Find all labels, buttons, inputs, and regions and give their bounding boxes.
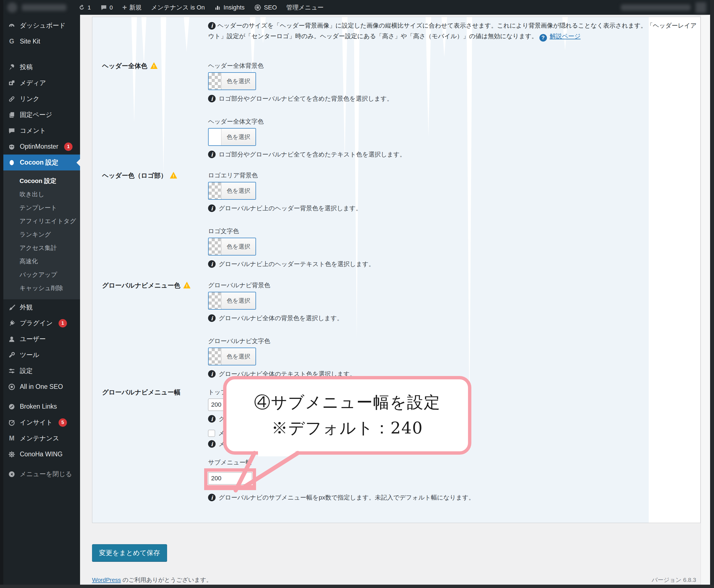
sidebar-item-maintenance[interactable]: M メンテナンス xyxy=(3,430,80,446)
wordpress-admin-screen: 1 0 + 新規 メンテナンス is On Insights xyxy=(0,0,714,588)
section-header-overall-color: ヘッダー全体色 ! ヘッダー全体背景色 色を選択 i xyxy=(102,62,689,164)
notification-badge: 5 xyxy=(59,418,67,427)
comment-icon xyxy=(8,127,16,135)
optinmonster-icon xyxy=(8,143,16,151)
warning-icon: ! xyxy=(170,171,177,179)
checkbox[interactable] xyxy=(208,430,215,437)
submenu-item-template[interactable]: テンプレート xyxy=(3,201,80,214)
broken-link-icon xyxy=(8,403,16,411)
comments-count: 0 xyxy=(110,4,113,11)
admin-bar: 1 0 + 新規 メンテナンス is On Insights xyxy=(0,0,714,15)
color-field: ロゴエリア背景色 色を選択 i グローバルナビ上のヘッダー背景色を選択します。 xyxy=(208,171,689,213)
annotation-highlight-frame xyxy=(204,468,256,490)
sidebar-item-tools[interactable]: ツール xyxy=(3,347,80,363)
setting-row-title: ヘッダー全体色 ! xyxy=(102,62,208,164)
updates-menu[interactable]: 1 xyxy=(74,0,96,15)
notification-badge: 1 xyxy=(59,319,67,328)
comments-menu[interactable]: 0 xyxy=(96,0,118,15)
sidebar-item-comments[interactable]: コメント xyxy=(3,123,80,139)
color-picker-button[interactable]: 色を選択 xyxy=(208,128,256,146)
window-frame-left xyxy=(0,0,3,588)
color-field: ヘッダー全体文字色 色を選択 i ロゴ部分やグローバルナビ全てを含めたテキスト色… xyxy=(208,118,689,159)
cocoon-submenu: Cocoon 設定 吹き出し テンプレート アフィリエイトタグ ランキング アク… xyxy=(3,170,80,299)
color-picker-button[interactable]: 色を選択 xyxy=(208,292,256,310)
sidebar-item-pages[interactable]: 固定ページ xyxy=(3,107,80,123)
submenu-item-ranking[interactable]: ランキング xyxy=(3,228,80,241)
plugin-icon xyxy=(8,319,16,327)
maintenance-status[interactable]: メンテナンス is On xyxy=(146,0,210,15)
google-g-icon: G xyxy=(8,38,16,45)
media-icon xyxy=(8,79,16,87)
new-label: 新規 xyxy=(129,3,142,12)
settings-sliders-icon xyxy=(8,367,16,375)
help-page-link[interactable]: 解説ページ xyxy=(550,33,581,40)
sidebar-item-conoha-wing[interactable]: ConoHa WING xyxy=(3,446,80,462)
save-button[interactable]: 変更をまとめて保存 xyxy=(92,544,167,562)
setting-row-title: ヘッダー色（ロゴ部） ! xyxy=(102,171,208,274)
color-picker-button[interactable]: 色を選択 xyxy=(208,182,256,200)
color-picker-button[interactable]: 色を選択 xyxy=(208,72,256,90)
help-icon[interactable]: ? xyxy=(540,34,547,42)
sidebar-item-optinmonster[interactable]: OptinMonster 1 xyxy=(3,139,80,154)
sidebar-item-appearance[interactable]: 外観 xyxy=(3,299,80,315)
submenu-item-access-stats[interactable]: アクセス集計 xyxy=(3,241,80,255)
info-icon: i xyxy=(208,370,216,378)
sidebar-item-dashboard[interactable]: ダッシュボード xyxy=(3,18,80,34)
submenu-item-cocoon-settings[interactable]: Cocoon 設定 xyxy=(3,174,80,188)
submenu-item-affiliate-tag[interactable]: アフィリエイトタグ xyxy=(3,214,80,228)
appearance-brush-icon xyxy=(8,303,16,311)
comments-icon xyxy=(100,4,107,11)
submenu-item-backup[interactable]: バックアップ xyxy=(3,268,80,281)
window-frame-right xyxy=(710,0,714,588)
plus-icon: + xyxy=(122,3,127,12)
annotation-callout: ④サブメニュー幅を設定 ※デフォルト：240 xyxy=(223,376,471,455)
svg-text:!: ! xyxy=(186,284,187,288)
user-icon xyxy=(8,335,16,343)
wp-logo-blurred[interactable] xyxy=(7,2,17,13)
sub-menu-width-input[interactable] xyxy=(208,472,252,484)
color-picker-button[interactable]: 色を選択 xyxy=(208,238,256,255)
sidebar-item-settings[interactable]: 設定 xyxy=(3,363,80,379)
admin-content: i ヘッダーのサイズを「ヘッダー背景画像」に設定した画像の縦横比サイズに合わせて… xyxy=(80,15,710,585)
info-icon: i xyxy=(208,260,216,268)
version-text: バージョン 6.8.3 xyxy=(652,576,696,584)
avatar[interactable] xyxy=(696,2,706,13)
sidebar-item-sitekit[interactable]: G Site Kit xyxy=(3,34,80,49)
color-picker-button[interactable]: 色を選択 xyxy=(208,348,256,365)
info-icon: i xyxy=(208,314,216,322)
new-content-menu[interactable]: + 新規 xyxy=(118,0,146,15)
user-greeting-blurred[interactable] xyxy=(621,4,691,10)
sidebar-item-media[interactable]: メディア xyxy=(3,75,80,91)
warning-icon: ! xyxy=(183,281,191,289)
svg-text:!: ! xyxy=(153,64,154,69)
sidebar-item-broken-links[interactable]: Broken Links xyxy=(3,399,80,415)
wordpress-link[interactable]: WordPress xyxy=(92,576,121,583)
admin-menu-item[interactable]: 管理メニュー xyxy=(282,0,329,15)
svg-text:!: ! xyxy=(173,173,174,178)
maintenance-m-icon: M xyxy=(8,435,16,442)
sidebar-item-users[interactable]: ユーザー xyxy=(3,331,80,347)
section-header-logo-color: ヘッダー色（ロゴ部） ! ロゴエリア背景色 色を選択 i xyxy=(102,171,689,274)
vertical-scrollbar[interactable] xyxy=(700,15,710,585)
sidebar-separator xyxy=(3,49,80,59)
insights-menu[interactable]: Insights xyxy=(209,0,249,15)
sidebar-item-insights[interactable]: インサイト 5 xyxy=(3,415,80,430)
sidebar-item-cocoon-settings[interactable]: Cocoon 設定 xyxy=(3,154,80,170)
callout-line2: ※デフォルト：240 xyxy=(271,417,423,439)
sidebar-item-plugins[interactable]: プラグイン 1 xyxy=(3,315,80,331)
seo-menu[interactable]: SEO xyxy=(249,0,281,15)
info-icon: i xyxy=(208,205,216,212)
submenu-item-cache-clear[interactable]: キャッシュ削除 xyxy=(3,281,80,295)
submenu-item-speech-balloon[interactable]: 吹き出し xyxy=(3,188,80,201)
window-frame-bottom xyxy=(0,585,714,588)
sidebar-collapse-menu[interactable]: メニューを閉じる xyxy=(3,466,80,482)
callout-line1: ④サブメニュー幅を設定 xyxy=(254,392,440,413)
sidebar-item-posts[interactable]: 投稿 xyxy=(3,59,80,75)
pages-icon xyxy=(8,111,16,119)
dashboard-icon xyxy=(8,22,16,29)
sidebar-item-aioseo[interactable]: All in One SEO xyxy=(3,379,80,395)
submenu-item-speedup[interactable]: 高速化 xyxy=(3,255,80,268)
sidebar-item-links[interactable]: リンク xyxy=(3,91,80,107)
site-name-blurred[interactable] xyxy=(22,4,66,11)
warning-icon: ! xyxy=(150,62,158,69)
